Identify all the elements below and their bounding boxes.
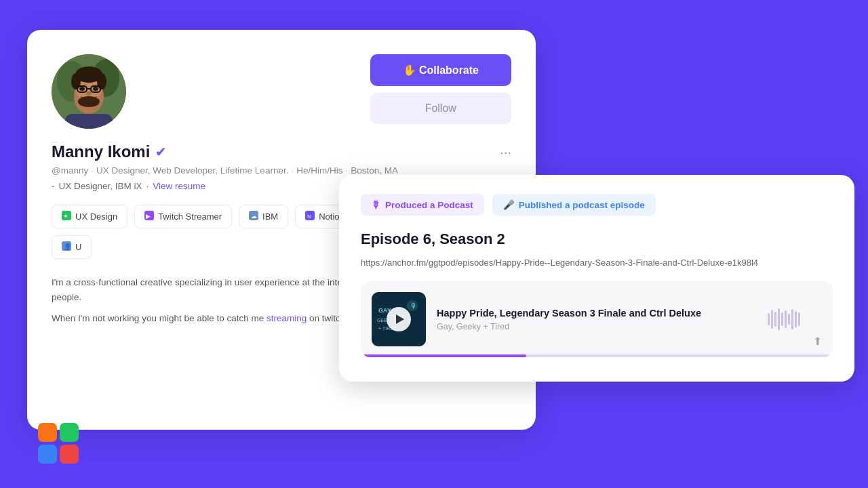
- audio-player: GAY, GEEKY + TIRED 🎙 Happy Pride, Legend…: [361, 281, 833, 357]
- podcast-card: 🎙 Produced a Podcast 🎤 Published a podca…: [339, 175, 854, 382]
- play-triangle-icon: [396, 314, 404, 324]
- share-icon[interactable]: ⬆: [813, 335, 822, 348]
- ibm-icon: ☁: [249, 211, 258, 222]
- more-options-icon[interactable]: ···: [500, 144, 511, 160]
- microphone-icon: 🎤: [503, 199, 515, 210]
- location: Boston, MA: [351, 165, 398, 176]
- player-info: Happy Pride, Legendary Season 3 Finale a…: [437, 308, 822, 331]
- ux-design-icon: ✦: [62, 211, 71, 222]
- waveform-bar: [785, 310, 787, 328]
- tag-user-label: U: [75, 242, 81, 252]
- tag-twitch-streamer[interactable]: ▶ Twitch Streamer: [134, 205, 232, 228]
- waveform-bar: [771, 310, 773, 329]
- app-logo: [38, 423, 79, 464]
- progress-bar[interactable]: [361, 354, 833, 357]
- tab-published-episode[interactable]: 🎤 Published a podcast episode: [492, 194, 656, 216]
- buttons-area: ✋ Collaborate Follow: [370, 54, 511, 124]
- scene: ✋ Collaborate Follow Manny Ikomi ✔ ··· @…: [0, 0, 868, 488]
- job-prefix: -: [52, 181, 55, 191]
- svg-point-7: [71, 73, 81, 89]
- profile-name: Manny Ikomi: [52, 142, 150, 161]
- tab-published-label: Published a podcast episode: [519, 200, 645, 210]
- profile-name-row: Manny Ikomi ✔ ···: [52, 142, 511, 161]
- svg-rect-37: [38, 445, 57, 464]
- twitch-icon: ▶: [144, 211, 154, 222]
- podcast-url: https://anchor.fm/ggtpod/episodes/Happy-…: [361, 258, 833, 268]
- svg-point-14: [86, 92, 92, 96]
- notion-icon: N: [305, 211, 315, 222]
- svg-rect-36: [60, 423, 79, 442]
- bio-line: UX Designer, Web Developer, Lifetime Lea…: [96, 165, 288, 176]
- tag-ibm[interactable]: ☁ IBM: [239, 205, 288, 228]
- svg-rect-35: [38, 423, 57, 442]
- svg-rect-16: [65, 114, 113, 129]
- tag-ux-design[interactable]: ✦ UX Design: [52, 205, 127, 228]
- view-resume-link[interactable]: View resume: [153, 181, 205, 191]
- profile-meta: @manny · UX Designer, Web Developer, Lif…: [52, 165, 511, 176]
- waveform-bar: [778, 308, 780, 330]
- svg-point-8: [97, 73, 106, 89]
- pronouns: He/Him/His: [296, 165, 342, 176]
- waveform: [768, 308, 800, 330]
- waveform-bar: [768, 313, 770, 325]
- user-icon: 👤: [62, 241, 71, 253]
- tag-ux-design-label: UX Design: [75, 211, 117, 222]
- tag-ibm-label: IBM: [262, 211, 278, 222]
- episode-title: Episode 6, Season 2: [361, 230, 833, 248]
- profile-top: ✋ Collaborate Follow: [52, 54, 511, 129]
- follow-button[interactable]: Follow: [370, 93, 511, 124]
- svg-point-15: [78, 96, 100, 107]
- svg-rect-38: [60, 445, 79, 464]
- verified-badge-icon: ✔: [155, 144, 167, 160]
- avatar: [52, 54, 126, 129]
- waveform-bar: [791, 309, 793, 329]
- svg-text:▶: ▶: [146, 213, 151, 220]
- waveform-bar: [781, 312, 783, 326]
- waveform-bar: [774, 312, 776, 327]
- tag-user[interactable]: 👤 U: [52, 235, 92, 259]
- player-thumbnail: GAY, GEEKY + TIRED 🎙: [372, 292, 426, 346]
- svg-point-13: [93, 87, 98, 91]
- podcast-tabs: 🎙 Produced a Podcast 🎤 Published a podca…: [361, 194, 833, 216]
- play-button-overlay[interactable]: [372, 292, 426, 346]
- collaborate-button[interactable]: ✋ Collaborate: [370, 54, 511, 86]
- streaming-link[interactable]: streaming: [267, 313, 307, 323]
- podcast-icon: 🎙: [372, 200, 381, 210]
- svg-text:N: N: [307, 214, 311, 220]
- tab-produced-label: Produced a Podcast: [385, 200, 473, 210]
- svg-point-12: [79, 87, 85, 91]
- waveform-bar: [798, 312, 800, 326]
- player-track-subtitle: Gay, Geeky + Tired: [437, 322, 822, 331]
- waveform-bar: [795, 311, 797, 327]
- tag-twitch-label: Twitch Streamer: [158, 211, 222, 222]
- player-track-title: Happy Pride, Legendary Season 3 Finale a…: [437, 308, 822, 319]
- play-button[interactable]: [387, 307, 411, 331]
- job-title: UX Designer, IBM iX: [59, 181, 142, 191]
- svg-text:☁: ☁: [251, 213, 257, 220]
- waveform-bar: [788, 314, 790, 325]
- handle: @manny: [52, 165, 88, 176]
- progress-fill: [361, 354, 526, 357]
- svg-text:✦: ✦: [63, 213, 68, 220]
- svg-text:👤: 👤: [64, 243, 71, 251]
- tab-produced-podcast[interactable]: 🎙 Produced a Podcast: [361, 194, 484, 216]
